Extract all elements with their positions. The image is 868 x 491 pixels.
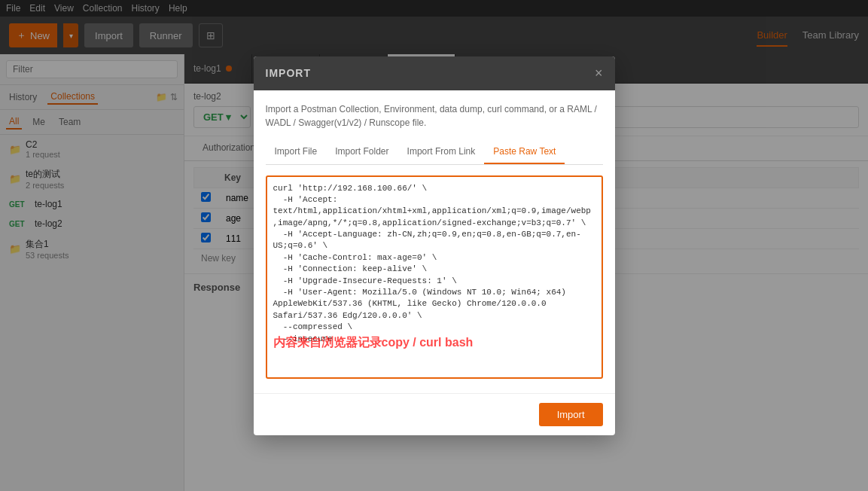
- modal-footer: Import: [254, 393, 615, 435]
- modal-tabs: Import File Import Folder Import From Li…: [266, 140, 603, 165]
- modal-tab-import-from-link[interactable]: Import From Link: [398, 140, 485, 164]
- modal-header: IMPORT ×: [254, 56, 615, 90]
- modal-close-button[interactable]: ×: [595, 66, 603, 81]
- modal-tab-paste-raw[interactable]: Paste Raw Text: [484, 140, 565, 164]
- import-submit-button[interactable]: Import: [539, 403, 603, 426]
- modal-tab-import-file[interactable]: Import File: [266, 140, 327, 164]
- modal-description: Import a Postman Collection, Environment…: [266, 102, 603, 130]
- modal-body: Import a Postman Collection, Environment…: [254, 90, 615, 393]
- raw-text-textarea[interactable]: [266, 175, 603, 379]
- modal-title: IMPORT: [266, 67, 311, 79]
- modal-tab-import-folder[interactable]: Import Folder: [326, 140, 397, 164]
- textarea-container: 内容来自浏览器记录copy / curl bash: [266, 175, 603, 381]
- modal-overlay[interactable]: IMPORT × Import a Postman Collection, En…: [0, 0, 868, 491]
- import-modal: IMPORT × Import a Postman Collection, En…: [254, 56, 615, 435]
